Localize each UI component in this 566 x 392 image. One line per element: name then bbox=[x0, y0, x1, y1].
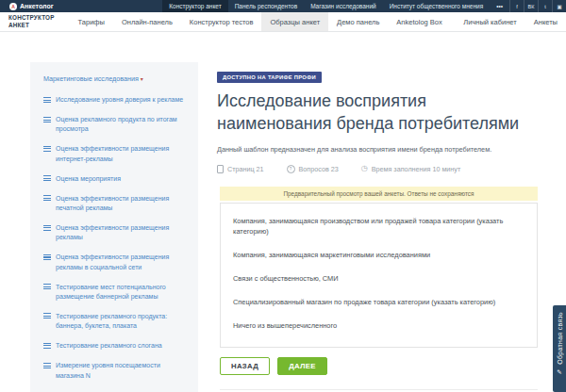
survey-preview-frame: Предварительный просмотр вашей анкеты. О… bbox=[220, 187, 538, 392]
sidebar-item-label: Тестирование рекламного продукта: баннер… bbox=[56, 312, 186, 331]
main-nav-right: Личный кабинет Анкеты bbox=[455, 12, 566, 31]
answer-option[interactable]: Специализированный магазин по продаже то… bbox=[233, 297, 524, 307]
next-button[interactable]: ДАЛЕЕ bbox=[277, 357, 327, 375]
anketolog-logo-icon: A bbox=[9, 3, 17, 10]
topbar: A Анкетолог Конструктор анкет Панель рес… bbox=[0, 0, 566, 12]
constructor-anket-brand[interactable]: КОНСТРУКТОР АНКЕТ bbox=[0, 12, 70, 31]
preview-buttons: НАЗАД ДАЛЕЕ bbox=[220, 357, 538, 375]
templates-sidebar: Маркетинговые исследования ▾ Исследовани… bbox=[30, 62, 198, 392]
template-description: Данный шаблон предназначен для анализа в… bbox=[217, 145, 540, 154]
more-menu-icon[interactable]: ••• bbox=[490, 0, 509, 12]
topbar-item-konstruktor-anket[interactable]: Конструктор анкет bbox=[162, 0, 227, 12]
vk-icon[interactable]: ВК bbox=[524, 0, 538, 12]
page-title: Исследование восприятия наименования бре… bbox=[217, 90, 540, 136]
stat-pages-label: Страниц 21 bbox=[227, 165, 264, 173]
template-list-icon bbox=[43, 97, 51, 103]
sidebar-item-internet-reklama[interactable]: Оценка эффективности размещения интернет… bbox=[43, 144, 186, 163]
sidebar-item-label: Тестирование рекламного слогана bbox=[56, 341, 162, 351]
answer-option[interactable]: Связи с общественностью, СМИ bbox=[233, 273, 524, 284]
sidebar-item-label: Оценка эффективности размещения печатной… bbox=[56, 194, 186, 213]
answer-option[interactable]: Ничего из вышеперечисленного bbox=[233, 320, 524, 331]
preview-warning-banner: Предварительный просмотр вашей анкеты. О… bbox=[220, 187, 538, 201]
feedback-form-icon: ✎ bbox=[557, 369, 561, 376]
sidebar-item-label: Оценка эффективности размещения интернет… bbox=[56, 144, 186, 163]
template-list-icon bbox=[43, 284, 51, 289]
answer-option[interactable]: Компания, занимающаяся производством или… bbox=[233, 216, 524, 237]
brand-line2: АНКЕТ bbox=[8, 22, 55, 29]
template-list-icon bbox=[43, 117, 51, 122]
sidebar-item-pechatnaya-reklama[interactable]: Оценка эффективности размещения печатной… bbox=[43, 194, 186, 213]
nav-item-anketolog-box[interactable]: Anketolog Box bbox=[388, 12, 450, 31]
sidebar-item-bannernaya-reklama[interactable]: Тестирование мест потенциального размеще… bbox=[43, 283, 186, 302]
topbar-item-panel-respondentov[interactable]: Панель респондентов bbox=[228, 0, 304, 12]
nav-item-tarify[interactable]: Тарифы bbox=[70, 12, 113, 31]
anketolog-logo[interactable]: A Анкетолог bbox=[0, 0, 63, 12]
feedback-tab-label: Обратная связь bbox=[557, 312, 563, 365]
sidebar-category-label: Маркетинговые исследования bbox=[43, 74, 139, 83]
sidebar-item-razmeshchenie-reklamy[interactable]: Оценка эффективности размещения рекламы bbox=[43, 223, 186, 242]
nav-item-lichnyy-kabinet[interactable]: Личный кабинет bbox=[455, 12, 524, 31]
sidebar-category-header[interactable]: Маркетинговые исследования ▾ bbox=[43, 74, 186, 83]
sidebar-item-label: Оценка эффективности размещения рекламы bbox=[56, 223, 186, 242]
tariff-badge: ДОСТУПНО НА ТАРИФЕ ПРОФИ bbox=[217, 72, 322, 83]
sidebar-item-label: Измерение уровня посещаемости магазина N bbox=[56, 361, 186, 380]
brand-line1: КОНСТРУКТОР bbox=[8, 14, 55, 22]
sidebar-item-meropriyatie[interactable]: Оценка мероприятия bbox=[43, 174, 186, 184]
template-detail: ДОСТУПНО НА ТАРИФЕ ПРОФИ Исследование во… bbox=[217, 66, 540, 392]
nav-item-konstruktor-testov[interactable]: Конструктор тестов bbox=[181, 12, 262, 31]
questions-icon: ? bbox=[287, 165, 295, 173]
template-stats: Страниц 21 ? Вопросов 23 ◷ Время заполне… bbox=[217, 165, 540, 173]
facebook-icon[interactable]: f bbox=[509, 0, 524, 12]
stat-pages: Страниц 21 bbox=[217, 165, 264, 173]
sidebar-item-poseshchaemost-magazina[interactable]: Измерение уровня посещаемости магазина N bbox=[43, 361, 186, 380]
twitter-icon[interactable]: t bbox=[538, 0, 552, 12]
sidebar-item-otsenka-produkta[interactable]: Оценка рекламного продукта по итогам про… bbox=[43, 115, 186, 134]
main-nav: КОНСТРУКТОР АНКЕТ Тарифы Онлайн-панель К… bbox=[0, 12, 566, 32]
topbar-nav: Конструктор анкет Панель респондентов Ма… bbox=[162, 0, 566, 12]
chevron-down-icon: ▾ bbox=[141, 76, 143, 82]
template-list-icon bbox=[43, 313, 51, 318]
sidebar-item-sotsialnaya-set[interactable]: Оценка эффективности размещения рекламы … bbox=[43, 253, 186, 271]
stat-time-label: Время заполнения 10 минут bbox=[372, 165, 460, 173]
stat-questions: ? Вопросов 23 bbox=[287, 165, 339, 173]
answer-options-box: Компания, занимающаяся производством или… bbox=[220, 203, 538, 349]
sidebar-item-label: Оценка эффективности размещения рекламы … bbox=[56, 253, 186, 271]
sidebar-item-reklamnyy-slogan[interactable]: Тестирование рекламного слогана bbox=[43, 341, 186, 351]
stat-time: ◷ Время заполнения 10 минут bbox=[361, 165, 460, 173]
nav-item-ankety[interactable]: Анкеты bbox=[525, 12, 566, 31]
pages-icon bbox=[217, 165, 224, 173]
template-list-icon bbox=[43, 195, 51, 201]
template-list-icon bbox=[43, 343, 51, 349]
sidebar-item-label: Тестирование мест потенциального размеще… bbox=[56, 283, 186, 302]
template-list-icon bbox=[43, 363, 51, 368]
stat-questions-label: Вопросов 23 bbox=[299, 165, 339, 173]
sidebar-item-banner-buklet-plakat[interactable]: Тестирование рекламного продукта: баннер… bbox=[43, 312, 186, 331]
template-list-icon bbox=[43, 146, 51, 152]
nav-item-online-panel[interactable]: Онлайн-панель bbox=[113, 12, 181, 31]
topbar-item-magazin-issledovaniy[interactable]: Магазин исследований bbox=[304, 0, 383, 12]
sidebar-item-doverie-reklame[interactable]: Исследование уровня доверия к рекламе bbox=[43, 95, 186, 105]
instagram-icon[interactable]: ▣ bbox=[552, 0, 566, 12]
template-list-icon bbox=[43, 254, 51, 260]
template-list-icon bbox=[43, 175, 51, 181]
nav-item-obraztsy-anket[interactable]: Образцы анкет bbox=[261, 12, 328, 31]
feedback-tab[interactable]: Обратная связь ✎ bbox=[553, 305, 566, 392]
answer-option[interactable]: Компания, занимающаяся маркетинговыми ис… bbox=[233, 250, 524, 260]
sidebar-item-label: Оценка мероприятия bbox=[56, 174, 121, 184]
topbar-item-institut[interactable]: Институт общественного мнения bbox=[383, 0, 491, 12]
nav-item-demo-panel[interactable]: Демо панель bbox=[328, 12, 388, 31]
sidebar-item-label: Исследование уровня доверия к рекламе bbox=[56, 95, 183, 105]
back-button[interactable]: НАЗАД bbox=[220, 357, 270, 375]
anketolog-logo-text: Анкетолог bbox=[20, 3, 54, 9]
time-icon: ◷ bbox=[361, 165, 368, 172]
content-area: Маркетинговые исследования ▾ Исследовани… bbox=[0, 32, 566, 392]
template-list-icon bbox=[43, 225, 51, 231]
sidebar-item-label: Оценка рекламного продукта по итогам про… bbox=[56, 115, 186, 134]
